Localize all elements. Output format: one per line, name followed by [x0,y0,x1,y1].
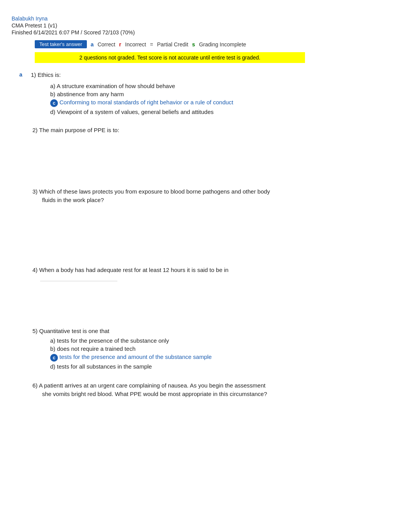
answer-5b: b) does not require a trained tech [50,345,398,352]
answer-5c-text: tests for the presence and amount of the… [59,354,212,360]
question-4-space [19,281,398,281]
question-header-1: a 1) Ethics is: [19,71,398,80]
legend-grading-incomplete: Grading Incomplete [199,41,246,48]
question-text-5: 5) Quantitative test is one that [19,328,398,334]
answers-list-5: a) tests for the presence of the substan… [19,337,398,370]
header-info: Balabukh Iryna CMA Pretest 1 (v1) Finish… [12,15,398,36]
question-marker-1: a [19,71,27,78]
question-text-4: 4) When a body has had adequate rest for… [19,267,398,273]
answer-1c: c Conforming to moral standards of right… [50,99,398,107]
answer-1c-circle: c [50,99,58,107]
answer-1b: b) abstinence from any harm [50,91,398,97]
page-wrapper: Balabukh Iryna CMA Pretest 1 (v1) Finish… [0,0,410,426]
answer-5d: d) tests for all substances in the sampl… [50,363,398,370]
legend-takers-answer: Test taker's answer [35,40,87,48]
legend-correct-prefix: a [91,41,94,48]
question-block-5: 5) Quantitative test is one that a) test… [19,328,398,370]
answer-5a: a) tests for the presence of the substan… [50,337,398,344]
legend-incorrect-prefix: r [119,41,121,48]
question-text-6: 6) A patientt arrives at an urgent care … [19,381,398,399]
legend-bar: Test taker's answer a Correct r Incorrec… [12,40,398,48]
answer-1d-text: d) Viewpoint of a system of values, gene… [50,109,213,115]
question-text-3: 3) Which of these laws protects you from… [19,187,398,205]
questions-section: a 1) Ethics is: a) A structure examinati… [12,71,398,399]
question-text-1: 1) Ethics is: [31,71,61,80]
answer-1b-text: b) abstinence from any harm [50,91,124,97]
answer-5c-circle: c [50,354,58,362]
question-block-6: 6) A patientt arrives at an urgent care … [19,381,398,399]
warning-bar: 2 questions not graded. Test score is no… [35,52,305,63]
legend-incorrect-label: Incorrect [125,41,146,48]
question-block-4: 4) When a body has had adequate rest for… [19,267,398,281]
answer-1a-text: a) A structure examination of how should… [50,83,175,89]
answer-1d: d) Viewpoint of a system of values, gene… [50,109,398,115]
answers-list-1: a) A structure examination of how should… [19,83,398,115]
question-text-2: 2) The main purpose of PPE is to: [19,127,398,133]
legend-correct-label: Correct [98,41,115,48]
header-test: CMA Pretest 1 (v1) [12,22,398,29]
legend-eq: = [150,41,153,48]
header-name: Balabukh Iryna [12,15,398,22]
answer-5d-text: d) tests for all substances in the sampl… [50,363,152,370]
question-block-1: a 1) Ethics is: a) A structure examinati… [19,71,398,115]
divider-line-4 [40,281,117,281]
answer-5a-text: a) tests for the presence of the substan… [50,337,169,344]
answer-1a: a) A structure examination of how should… [50,83,398,89]
question-block-2: 2) The main purpose of PPE is to: [19,127,398,133]
question-block-3: 3) Which of these laws protects you from… [19,187,398,205]
legend-partial-label: Partial Credit [157,41,188,48]
legend-partial-prefix: s [192,41,195,48]
answer-5b-text: b) does not require a trained tech [50,345,136,352]
answer-1c-text: Conforming to moral standards of right b… [59,99,233,105]
header-finished: Finished 6/14/2021 6:07 PM / Scored 72/1… [12,29,398,36]
answer-5c: c tests for the presence and amount of t… [50,354,398,362]
